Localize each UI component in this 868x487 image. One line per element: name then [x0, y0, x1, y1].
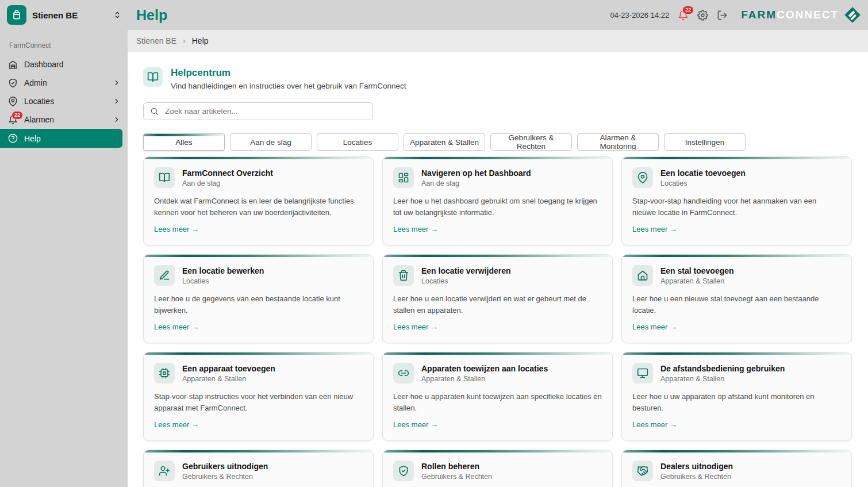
- logout-button[interactable]: [717, 10, 728, 21]
- tab-aan-de-slag[interactable]: Aan de slag: [230, 133, 312, 151]
- chevron-up-down-icon: [113, 10, 122, 20]
- tab-label: Apparaten & Stallen: [410, 138, 479, 147]
- article-title: FarmConnect Overzicht: [182, 168, 273, 178]
- article-title: Apparaten toewijzen aan locaties: [421, 364, 548, 373]
- farm-icon: [7, 5, 26, 25]
- article-description: Leer hoe u uw apparaten op afstand kunt …: [632, 391, 841, 413]
- lees-meer-link[interactable]: Lees meer →: [393, 420, 438, 429]
- sidebar-item-label: Admin: [24, 78, 106, 87]
- help-card-een-apparaat-toevoegen[interactable]: Een apparaat toevoegen Apparaten & Stall…: [143, 352, 374, 441]
- article-title: Dealers uitnodigen: [660, 462, 733, 471]
- help-center-subtitle: Vind handleidingen en instructies over h…: [171, 82, 406, 90]
- pencil-icon: [159, 270, 170, 281]
- link-icon-tile: [393, 363, 414, 384]
- lees-meer-link[interactable]: Lees meer →: [632, 420, 677, 429]
- tab-gebruikers-rechten[interactable]: Gebruikers & Rechten: [490, 133, 572, 151]
- settings-button[interactable]: [697, 10, 708, 21]
- help-card-dealers-uitnodigen[interactable]: Dealers uitnodigen Gebruikers & Rechten: [621, 450, 852, 487]
- organization-selector[interactable]: Stienen BE: [0, 0, 128, 30]
- help-card-een-locatie-toevoegen[interactable]: Een locatie toevoegen Locaties Stap-voor…: [621, 156, 852, 246]
- handshake-icon: [637, 465, 648, 477]
- help-card-de-afstandsbediening-gebruiken[interactable]: De afstandsbediening gebruiken Apparaten…: [621, 352, 852, 441]
- main-column: Help 04-23-2026 14:22 22: [128, 0, 868, 487]
- tab-label: Alles: [175, 138, 192, 147]
- article-title: Een locatie verwijderen: [421, 266, 511, 275]
- tab-alarmen-monitoring[interactable]: Alarmen & Monitoring: [577, 133, 659, 151]
- tab-alles[interactable]: Alles: [143, 133, 225, 151]
- article-description: Stap-voor-stap instructies voor het verb…: [154, 391, 363, 413]
- tab-locaties[interactable]: Locaties: [317, 133, 398, 151]
- alarms-bell-button[interactable]: 22: [678, 10, 689, 21]
- lees-meer-link[interactable]: Lees meer →: [632, 225, 677, 233]
- home-icon-tile: [632, 265, 653, 286]
- shield-check-icon-tile: [393, 461, 414, 481]
- user-plus-icon: [159, 465, 170, 477]
- help-card-navigeren-op-het-dashboard[interactable]: Navigeren op het Dashboard Aan de slag L…: [382, 156, 613, 246]
- topbar-actions: 04-23-2026 14:22 22: [610, 6, 861, 24]
- gear-icon: [697, 10, 708, 21]
- help-card-farmconnect-overzicht[interactable]: FarmConnect Overzicht Aan de slag Ontdek…: [143, 156, 374, 246]
- lees-meer-link[interactable]: Lees meer →: [632, 323, 677, 331]
- page-title: Help: [136, 7, 167, 24]
- lees-meer-link[interactable]: Lees meer →: [154, 225, 199, 233]
- datetime-label: 04-23-2026 14:22: [610, 11, 670, 20]
- article-description: Ontdek wat FarmConnect is en leer de bel…: [154, 195, 363, 218]
- tab-label: Alarmen & Monitoring: [581, 133, 655, 151]
- farmconnect-diamond-icon: [844, 6, 861, 24]
- lees-meer-link[interactable]: Lees meer →: [393, 323, 438, 331]
- logo-connect-text: CONNECT: [777, 9, 839, 21]
- active-tab-accent: [144, 134, 224, 136]
- lees-meer-link[interactable]: Lees meer →: [154, 323, 199, 331]
- trash-icon: [398, 270, 409, 281]
- app-root: Stienen BE FarmConnect DashboardAdminLoc…: [0, 0, 868, 487]
- article-title: Rollen beheren: [421, 462, 492, 471]
- breadcrumb: Stienen BE › Help: [128, 30, 868, 52]
- article-title: Een apparaat toevoegen: [182, 364, 275, 373]
- sidebar-item-alarmen[interactable]: 22Alarmen: [0, 110, 128, 129]
- monitor-icon-tile: [632, 363, 653, 384]
- sidebar-item-locaties[interactable]: Locaties: [0, 92, 128, 110]
- farmconnect-logo: FARMCONNECT: [741, 6, 861, 24]
- help-card-een-stal-toevoegen[interactable]: Een stal toevoegen Apparaten & Stallen L…: [621, 254, 852, 343]
- breadcrumb-root[interactable]: Stienen BE: [136, 36, 176, 45]
- chevron-right-icon: [113, 97, 121, 105]
- help-card-een-locatie-verwijderen[interactable]: Een locatie verwijderen Locaties Leer ho…: [382, 254, 613, 343]
- lees-meer-link[interactable]: Lees meer →: [154, 420, 199, 429]
- sidebar-item-dashboard[interactable]: Dashboard: [0, 55, 128, 74]
- help-card-rollen-beheren[interactable]: Rollen beheren Gebruikers & Rechten: [382, 450, 613, 487]
- map-pin-icon: [8, 97, 18, 106]
- article-category: Apparaten & Stallen: [182, 375, 275, 383]
- tab-apparaten-stallen[interactable]: Apparaten & Stallen: [404, 133, 485, 151]
- lees-meer-link[interactable]: Lees meer →: [393, 225, 438, 233]
- article-category: Apparaten & Stallen: [421, 375, 548, 383]
- article-category: Gebruikers & Rechten: [182, 473, 268, 481]
- handshake-icon-tile: [632, 461, 653, 481]
- sidebar-item-help[interactable]: Help: [0, 129, 122, 148]
- layout-dashboard-icon: [398, 172, 409, 183]
- article-description: Leer hoe u het dashboard gebruikt om sne…: [393, 195, 602, 218]
- search-input[interactable]: [164, 106, 366, 116]
- article-description: Leer hoe u een nieuwe stal toevoegt aan …: [632, 293, 841, 316]
- home-icon: [637, 270, 648, 281]
- shield-check-icon: [398, 465, 409, 477]
- tab-instellingen[interactable]: Instellingen: [664, 133, 746, 151]
- sidebar-item-admin[interactable]: Admin: [0, 74, 128, 92]
- tab-label: Aan de slag: [250, 138, 291, 147]
- map-pin-icon-tile: [632, 167, 653, 188]
- help-card-apparaten-toewijzen-aan-locaties[interactable]: Apparaten toewijzen aan locaties Apparat…: [382, 352, 613, 441]
- article-category: Gebruikers & Rechten: [421, 473, 492, 481]
- article-category: Locaties: [660, 179, 746, 187]
- pencil-icon-tile: [154, 265, 175, 286]
- link-icon: [398, 367, 409, 379]
- alarm-count-badge: 22: [682, 6, 694, 15]
- article-title: De afstandsbediening gebruiken: [660, 364, 785, 373]
- article-category: Apparaten & Stallen: [660, 375, 785, 383]
- help-card-gebruikers-uitnodigen[interactable]: Gebruikers uitnodigen Gebruikers & Recht…: [143, 450, 374, 487]
- breadcrumb-current: Help: [192, 36, 209, 45]
- help-center-header: Helpcentrum Vind handleidingen en instru…: [143, 67, 852, 90]
- articles-grid: FarmConnect Overzicht Aan de slag Ontdek…: [143, 156, 852, 487]
- help-center-title: Helpcentrum: [171, 67, 406, 79]
- help-card-een-locatie-bewerken[interactable]: Een locatie bewerken Locaties Leer hoe u…: [143, 254, 374, 343]
- article-category: Aan de slag: [182, 179, 273, 187]
- monitor-icon: [637, 367, 648, 379]
